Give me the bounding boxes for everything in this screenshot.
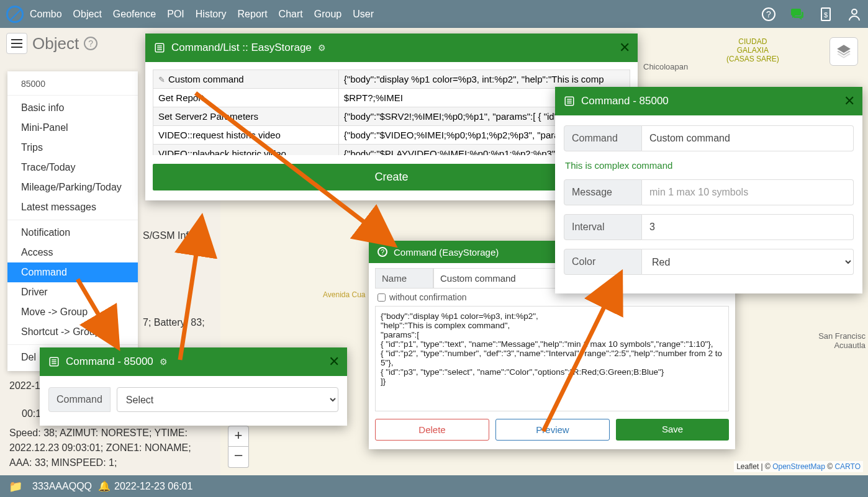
gear-icon[interactable]: ⚙ — [318, 43, 326, 53]
top-menu: Combo Object Geofence POI History Report… — [30, 9, 374, 20]
menu-item-access[interactable]: Access — [7, 243, 138, 262]
svg-point-4 — [852, 9, 857, 14]
zoom-out-button[interactable]: – — [228, 447, 249, 468]
map-label-galaxia: CIUDADGALAXIA(CASAS SARE) — [726, 37, 779, 63]
list-icon — [48, 356, 60, 367]
status-folder: 333AAAQQQ — [32, 481, 92, 492]
form-message-label: Message — [564, 179, 642, 205]
bell-icon: 🔔 — [98, 480, 111, 492]
menu-item-command[interactable]: Command — [7, 262, 138, 282]
menu-geofence[interactable]: Geofence — [113, 9, 156, 20]
table-row[interactable]: ✎Custom command{"body":"display %p1 colo… — [153, 70, 630, 89]
svg-text:?: ? — [766, 9, 771, 19]
menu-chart[interactable]: Chart — [279, 9, 303, 20]
hamburger-button[interactable] — [6, 33, 27, 54]
list-icon — [154, 42, 165, 53]
help-icon[interactable]: ? — [377, 247, 387, 257]
gear-icon[interactable]: ⚙ — [160, 357, 168, 367]
context-menu: 85000 Basic info Mini-Panel Trips Trace/… — [7, 71, 138, 371]
menu-item-move-group[interactable]: Move -> Group — [7, 302, 138, 322]
map-label-avenida: Avenida Cua — [323, 290, 366, 299]
map-label-chicoloapan: Chicoloapan — [643, 62, 688, 71]
save-button[interactable]: Save — [616, 419, 729, 441]
command-form-title: Command - 85000 — [581, 95, 669, 107]
menu-history[interactable]: History — [196, 9, 227, 20]
app-logo[interactable] — [6, 6, 24, 23]
command-label: Command — [48, 387, 111, 412]
menu-combo[interactable]: Combo — [30, 9, 62, 20]
menu-item-notification[interactable]: Notification — [7, 223, 138, 243]
delete-button[interactable]: Delete — [375, 419, 489, 441]
user-icon[interactable] — [847, 7, 862, 22]
command-list-header[interactable]: Command/List :: EasyStorage ⚙ ✕ — [145, 34, 638, 62]
command-form-dialog: Command - 85000 ✕ Command Custom command… — [555, 87, 862, 293]
form-help-text: This is complex command — [565, 160, 852, 171]
status-bar: 📁 333AAAQQQ 🔔 2022-12-23 06:01 — [0, 475, 868, 497]
command-body-textarea[interactable] — [375, 306, 729, 411]
close-icon[interactable]: ✕ — [328, 354, 340, 370]
command-editor-title: Command (EasyStorage) — [394, 247, 499, 257]
menu-item-trips[interactable]: Trips — [7, 138, 138, 158]
command-select-dialog: Command - 85000 ⚙ ✕ Command Select — [40, 347, 347, 426]
menu-item-driver[interactable]: Driver — [7, 282, 138, 302]
form-color-label: Color — [564, 249, 642, 275]
menu-item-mini-panel[interactable]: Mini-Panel — [7, 118, 138, 138]
menu-object[interactable]: Object — [73, 9, 102, 20]
report-icon[interactable]: $ — [818, 7, 833, 22]
menu-item-mileage-parking[interactable]: Mileage/Parking/Today — [7, 177, 138, 197]
menu-item-trace-today[interactable]: Trace/Today — [7, 158, 138, 177]
list-icon — [564, 96, 575, 107]
title-help-icon[interactable]: ? — [84, 37, 97, 50]
form-command-value: Custom command — [642, 125, 854, 151]
edit-icon[interactable]: ✎ — [158, 75, 165, 84]
form-color-select[interactable]: Red — [642, 249, 854, 275]
layers-button[interactable] — [830, 37, 858, 66]
form-command-label: Command — [564, 125, 642, 151]
without-confirmation-checkbox[interactable]: without confirmation — [377, 292, 729, 302]
form-interval-input[interactable]: 3 — [642, 214, 854, 240]
command-select-header[interactable]: Command - 85000 ⚙ ✕ — [40, 347, 347, 376]
menu-poi[interactable]: POI — [167, 9, 184, 20]
map-label-sanfran: San FranciscAcuautla — [818, 331, 866, 350]
zoom-in-button[interactable]: + — [228, 426, 249, 447]
page-title: Object — [32, 34, 79, 53]
close-icon[interactable]: ✕ — [619, 40, 630, 56]
command-form-header[interactable]: Command - 85000 ✕ — [555, 87, 862, 115]
menu-item-shortcut-group[interactable]: Shortcut -> Group — [7, 322, 138, 342]
svg-text:$: $ — [824, 11, 828, 19]
zoom-controls: + – — [228, 426, 249, 468]
menu-item-basic-info[interactable]: Basic info — [7, 98, 138, 118]
preview-button[interactable]: Preview — [495, 419, 610, 441]
topbar: Combo Object Geofence POI History Report… — [0, 0, 868, 28]
name-label: Name — [375, 268, 433, 289]
osm-link[interactable]: OpenStreetMap — [772, 462, 825, 471]
carto-link[interactable]: CARTO — [834, 462, 861, 471]
right-icons: ? $ — [761, 7, 862, 22]
command-list-title: Command/List :: EasyStorage — [171, 42, 312, 54]
help-icon[interactable]: ? — [761, 7, 776, 22]
form-message-input[interactable]: min 1 max 10 symbols — [642, 179, 854, 205]
command-select-title: Command - 85000 — [66, 356, 153, 368]
map-attribution: Leaflet | © OpenStreetMap © CARTO — [734, 461, 863, 472]
folder-icon: 📁 — [9, 480, 22, 493]
menu-report[interactable]: Report — [238, 9, 268, 20]
form-interval-label: Interval — [564, 214, 642, 240]
menu-item-latest-messages[interactable]: Latest messages — [7, 197, 138, 217]
menu-group[interactable]: Group — [314, 9, 341, 20]
close-icon[interactable]: ✕ — [844, 93, 855, 109]
menu-item-id[interactable]: 85000 — [7, 75, 138, 92]
command-select[interactable]: Select — [117, 387, 338, 412]
status-time: 2022-12-23 06:01 — [114, 481, 192, 492]
page-header: Object ? — [0, 28, 97, 59]
chat-icon[interactable] — [790, 7, 805, 22]
menu-user[interactable]: User — [353, 9, 374, 20]
